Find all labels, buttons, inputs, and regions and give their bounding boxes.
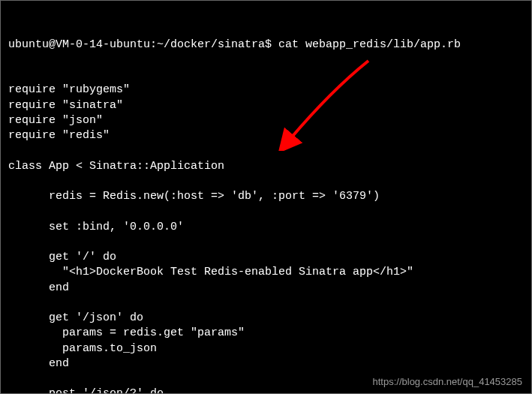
- code-line: [8, 235, 524, 250]
- code-line: set :bind, '0.0.0.0': [8, 220, 524, 235]
- code-line: [8, 174, 524, 189]
- code-line: get '/json' do: [8, 311, 524, 326]
- code-line: require "json": [8, 113, 524, 128]
- code-line: get '/' do: [8, 250, 524, 265]
- code-line: params.to_json: [8, 341, 524, 356]
- code-line: require "redis": [8, 128, 524, 143]
- code-line: params = redis.get "params": [8, 326, 524, 341]
- code-line: require "rubygems": [8, 83, 524, 98]
- code-line: require "sinatra": [8, 98, 524, 113]
- code-line: "<h1>DockerBook Test Redis-enabled Sinat…: [8, 265, 524, 280]
- code-line: end: [8, 281, 524, 296]
- code-line: redis = Redis.new(:host => 'db', :port =…: [8, 189, 524, 204]
- code-block: require "rubygems"require "sinatra"requi…: [8, 83, 524, 394]
- code-line: end: [8, 356, 524, 371]
- watermark-text: https://blog.csdn.net/qq_41453285: [373, 375, 523, 389]
- code-line: [8, 143, 524, 158]
- terminal-output: ubuntu@VM-0-14-ubuntu:~/docker/sinatra$ …: [8, 7, 524, 394]
- code-line: class App < Sinatra::Application: [8, 159, 524, 174]
- shell-prompt-line: ubuntu@VM-0-14-ubuntu:~/docker/sinatra$ …: [8, 38, 524, 53]
- code-line: [8, 296, 524, 311]
- code-line: [8, 204, 524, 219]
